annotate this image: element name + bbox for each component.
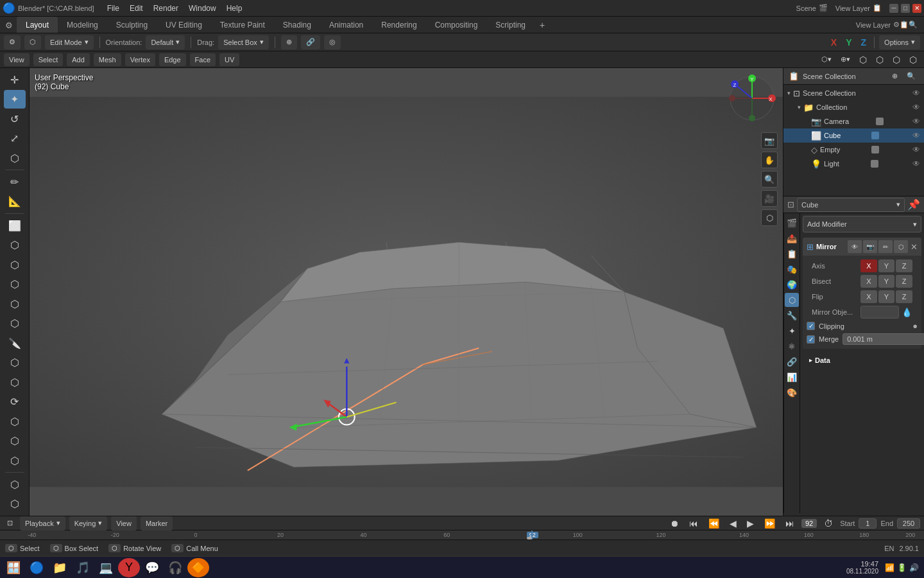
flip-x-btn[interactable]: X — [860, 290, 877, 303]
minimize-button[interactable]: ─ — [889, 4, 898, 13]
clipping-checkbox[interactable]: ✓ — [807, 322, 815, 330]
tool-add-cube[interactable]: ⬜ — [4, 216, 26, 234]
properties-mode-dropdown[interactable]: Cube ▾ — [797, 198, 905, 212]
jump-end-btn[interactable]: ⏭ — [782, 516, 798, 530]
bisect-x-btn[interactable]: X — [860, 275, 877, 288]
viewport-shading-mat[interactable]: ⬡ — [889, 53, 903, 67]
tool-bisect[interactable]: ⬡ — [4, 353, 26, 371]
editor-type-icon[interactable]: ⚙ — [1, 17, 17, 33]
tab-shading[interactable]: Shading — [274, 17, 320, 33]
mode-dropdown[interactable]: Edit Mode ▾ — [45, 35, 94, 49]
scene-collection-eye[interactable]: 👁 — [912, 89, 920, 98]
outliner-item-collection[interactable]: ▾ 📁 Collection 👁 — [783, 100, 924, 114]
drag-dropdown[interactable]: Select Box ▾ — [218, 35, 269, 49]
current-frame-display[interactable]: 92 — [801, 519, 817, 528]
marker-dropdown[interactable]: Marker — [141, 516, 173, 530]
edge-menu[interactable]: Edge — [159, 53, 186, 66]
tab-sculpting[interactable]: Sculpting — [107, 17, 157, 33]
tab-layout[interactable]: Layout — [17, 17, 58, 33]
xyz-y-btn[interactable]: Y — [843, 35, 855, 49]
modifier-close-btn[interactable]: ✕ — [911, 242, 918, 252]
camera-eye[interactable]: 👁 — [912, 117, 920, 126]
overlay-btn[interactable]: ⬡▾ — [818, 53, 835, 67]
outliner-item-cube[interactable]: ▸ ⬜ Cube 👁 — [783, 128, 924, 143]
tool-offset-edge[interactable]: ⬡ — [4, 315, 26, 333]
add-modifier-dropdown[interactable]: Add Modifier ▾ — [803, 216, 921, 232]
transform-pivot[interactable]: ⊕ — [281, 35, 297, 49]
taskbar-terminal[interactable]: 💻 — [95, 558, 117, 577]
tool-rip-region[interactable]: ⬡ — [4, 495, 26, 513]
proportional-edit[interactable]: ◎ — [324, 35, 341, 49]
close-button[interactable]: ✕ — [912, 4, 921, 13]
taskbar-blender-active[interactable]: 🔶 — [187, 558, 209, 577]
tab-scripting[interactable]: Scripting — [486, 17, 535, 33]
gizmo-btn[interactable]: ⊕▾ — [837, 53, 853, 67]
orientation-dropdown[interactable]: Default ▾ — [146, 35, 185, 49]
props-particles-icon[interactable]: ✦ — [785, 324, 799, 338]
timeline-editor-icon[interactable]: ⊡ — [4, 516, 16, 530]
end-frame-input[interactable]: 250 — [897, 518, 920, 529]
xyz-z-btn[interactable]: Z — [858, 35, 870, 49]
menu-window[interactable]: Window — [184, 3, 221, 14]
tab-animation[interactable]: Animation — [320, 17, 372, 33]
vertex-menu[interactable]: Vertex — [125, 53, 155, 66]
props-modifier-icon[interactable]: 🔧 — [785, 308, 799, 322]
props-world-icon[interactable]: 🌍 — [785, 277, 799, 292]
light-eye[interactable]: 👁 — [912, 159, 920, 168]
collection-btn[interactable]: ⬡ — [761, 209, 778, 226]
axis-x-btn[interactable]: X — [860, 259, 877, 272]
tool-annotate[interactable]: ✏ — [4, 173, 26, 191]
tab-compositing[interactable]: Compositing — [426, 17, 487, 33]
add-menu[interactable]: Add — [67, 53, 90, 66]
menu-file[interactable]: File — [102, 3, 124, 14]
menu-edit[interactable]: Edit — [124, 3, 148, 14]
play-btn[interactable]: ▶ — [744, 516, 757, 530]
taskbar-media[interactable]: 🎵 — [72, 558, 94, 577]
props-data-icon[interactable]: 📊 — [785, 370, 799, 384]
taskbar-blender-icon[interactable]: 🔵 — [26, 558, 47, 577]
menu-help[interactable]: Help — [221, 3, 248, 14]
tool-move[interactable]: ✦ — [4, 90, 26, 108]
hand-tool-btn[interactable]: ✋ — [761, 152, 778, 168]
maximize-button[interactable]: □ — [901, 4, 910, 13]
menu-render[interactable]: Render — [148, 3, 184, 14]
tool-smooth[interactable]: ⬡ — [4, 412, 26, 430]
props-constraints-icon[interactable]: 🔗 — [785, 355, 799, 369]
props-viewlayer-icon[interactable]: 📋 — [785, 247, 799, 261]
jump-start-btn[interactable]: ⏮ — [686, 516, 701, 530]
tool-scale[interactable]: ⤢ — [4, 129, 26, 147]
taskbar-yast[interactable]: Y — [118, 558, 140, 577]
camera-local-btn[interactable]: 🎥 — [761, 190, 778, 207]
tool-randomize[interactable]: ⬡ — [4, 432, 26, 450]
xyz-x-btn[interactable]: X — [828, 35, 840, 49]
props-physics-icon[interactable]: ⚛ — [785, 339, 799, 353]
tool-transform[interactable]: ⬡ — [4, 149, 26, 167]
mesh-menu[interactable]: Mesh — [94, 53, 121, 66]
outliner-item-scene-collection[interactable]: ▾ ⊡ Scene Collection 👁 — [783, 86, 924, 100]
snap-toggle[interactable]: 🔗 — [301, 35, 320, 49]
axis-z-btn[interactable]: Z — [896, 259, 912, 272]
navigation-gizmo[interactable]: X Y Z — [728, 74, 776, 123]
axis-y-btn[interactable]: Y — [878, 259, 895, 272]
modifier-cage-btn[interactable]: ⬡ — [894, 240, 908, 253]
transform-btn[interactable]: ⬡ — [24, 35, 41, 49]
taskbar-file-manager[interactable]: 📁 — [49, 558, 71, 577]
empty-eye[interactable]: 👁 — [912, 145, 920, 154]
modifier-edit-btn[interactable]: ✏ — [878, 240, 893, 253]
timeline-view-dropdown[interactable]: View — [111, 516, 137, 530]
select-menu[interactable]: Select — [33, 53, 64, 66]
data-section-header[interactable]: ▸ Data — [804, 354, 920, 367]
modifier-render-btn[interactable]: 📷 — [863, 240, 877, 253]
bisect-z-btn[interactable]: Z — [896, 275, 912, 288]
mirror-object-eyedropper[interactable]: 💧 — [902, 306, 912, 319]
tab-modeling[interactable]: Modeling — [58, 17, 107, 33]
playback-dropdown[interactable]: Playback ▾ — [20, 516, 65, 530]
viewport-shading-wire[interactable]: ⬡ — [856, 53, 870, 67]
timeline-ruler[interactable]: -40 -20 0 20 40 60 92 100 120 140 160 18… — [0, 530, 924, 539]
props-object-icon[interactable]: ⬡ — [785, 293, 799, 307]
tab-texture-paint[interactable]: Texture Paint — [211, 17, 274, 33]
add-workspace-button[interactable]: + — [535, 17, 550, 33]
tool-cursor[interactable]: ✛ — [4, 71, 26, 89]
merge-checkbox[interactable]: ✓ — [807, 335, 815, 344]
start-frame-input[interactable]: 1 — [859, 518, 877, 529]
